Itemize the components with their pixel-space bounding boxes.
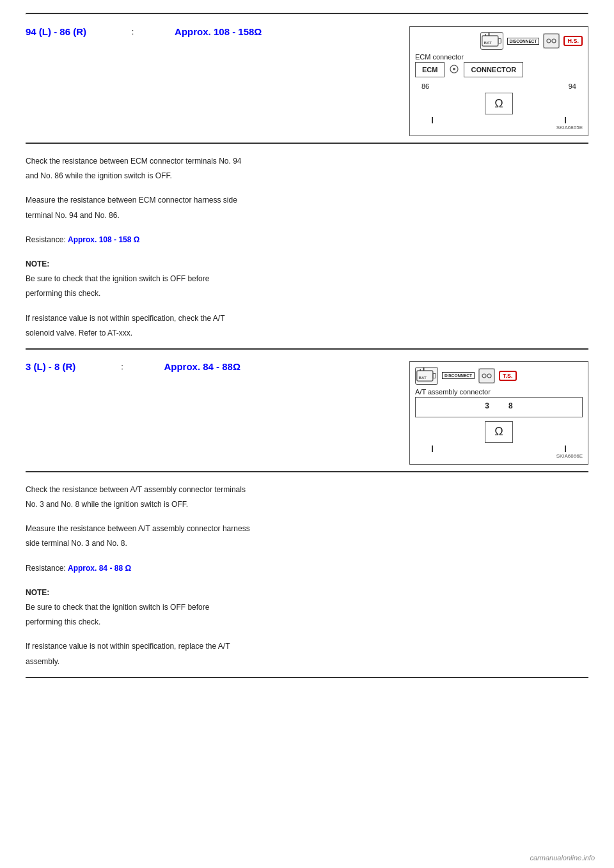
s2-line-2: and No. 86 while the ignition switch is … bbox=[26, 170, 582, 182]
connector-box: CONNECTOR bbox=[464, 62, 523, 77]
ecm-box-row: ECM CONNECTOR bbox=[415, 62, 583, 77]
section-3-diagram: BAT DISCONNECT bbox=[409, 361, 588, 465]
svg-point-9 bbox=[453, 68, 455, 70]
section-1-separator: : bbox=[125, 27, 136, 36]
s4-line-2: No. 3 and No. 8 while the ignition switc… bbox=[26, 499, 582, 511]
section-4-text: Check the resistance between A/T assembl… bbox=[26, 484, 588, 668]
disconnect-badge: DISCONNECT bbox=[507, 38, 540, 45]
section-1-measure: 94 (L) - 86 (R) : Approx. 108 - 158Ω bbox=[26, 26, 390, 37]
svg-rect-11 bbox=[433, 373, 436, 378]
s2-note-3: If resistance value is not within specif… bbox=[26, 313, 582, 325]
s2-note-header: NOTE: bbox=[26, 258, 582, 270]
probe-line-left bbox=[432, 117, 433, 123]
bat-icon: BAT bbox=[480, 32, 503, 50]
section-1-content: 94 (L) - 86 (R) : Approx. 108 - 158Ω bbox=[26, 26, 588, 136]
section-2: Check the resistance between ECM connect… bbox=[26, 144, 588, 350]
plug-icon bbox=[543, 33, 560, 49]
disconnect-badge-2: DISCONNECT bbox=[442, 372, 475, 379]
at-connector-block: 3 8 bbox=[415, 397, 583, 417]
s2-note-2: performing this check. bbox=[26, 288, 582, 300]
s2-line-1: Check the resistance between ECM connect… bbox=[26, 155, 582, 167]
s4-note-2: performing this check. bbox=[26, 616, 582, 628]
s4-line-5: Resistance: Approx. 84 - 88 Ω bbox=[26, 562, 582, 575]
at-pin-3: 3 bbox=[485, 401, 489, 410]
at-pins-row: 3 8 bbox=[485, 401, 512, 410]
at-pin-8: 8 bbox=[508, 401, 513, 410]
section-4: Check the resistance between A/T assembl… bbox=[26, 472, 588, 678]
section-3-pins: 3 (L) - 8 (R) bbox=[26, 361, 75, 372]
diagram-code-2: SKIA6866E bbox=[415, 453, 583, 459]
svg-text:BAT: BAT bbox=[418, 375, 427, 380]
section-3: 3 (L) - 8 (R) : Approx. 84 - 88Ω bbox=[26, 350, 588, 472]
probe-line-left-2 bbox=[432, 446, 433, 452]
s4-note-header: NOTE: bbox=[26, 587, 582, 599]
hs-badge: H.S. bbox=[563, 36, 583, 46]
plug-icon-2 bbox=[478, 368, 495, 384]
section-3-separator: : bbox=[114, 362, 125, 371]
s2-note-1: Be sure to check that the ignition switc… bbox=[26, 273, 582, 285]
svg-rect-1 bbox=[498, 38, 500, 43]
probe-lines-2 bbox=[432, 446, 566, 452]
pin-right-label: 94 bbox=[569, 82, 576, 90]
s4-note-4: assembly. bbox=[26, 656, 582, 668]
svg-rect-5 bbox=[544, 34, 559, 48]
probe-line-right-2 bbox=[565, 446, 566, 452]
s4-note-3: If resistance value is not within specif… bbox=[26, 640, 582, 653]
ts-badge: T.S. bbox=[499, 371, 517, 381]
bat-icon-svg: BAT bbox=[481, 31, 503, 50]
s2-line-4: terminal No. 94 and No. 86. bbox=[26, 210, 582, 222]
section-1-diagram: BAT DISCONNECT bbox=[409, 26, 588, 136]
s2-note-4: solenoid valve. Refer to AT-xxx. bbox=[26, 327, 582, 339]
ecm-pins-row: 86 94 bbox=[415, 82, 583, 90]
s4-line-1: Check the resistance between A/T assembl… bbox=[26, 484, 582, 496]
ecm-box: ECM bbox=[415, 62, 445, 77]
section-2-text: Check the resistance between ECM connect… bbox=[26, 155, 588, 339]
s4-line-3: Measure the resistance between A/T assem… bbox=[26, 523, 582, 535]
at-connector-label: A/T assembly connector bbox=[415, 388, 583, 396]
watermark-text: carmanualonline.info bbox=[530, 854, 595, 862]
s2-line-3: Measure the resistance between ECM conne… bbox=[26, 194, 582, 206]
ecm-diagram-box: BAT DISCONNECT bbox=[409, 26, 588, 136]
section-1: 94 (L) - 86 (R) : Approx. 108 - 158Ω bbox=[26, 15, 588, 144]
svg-rect-15 bbox=[479, 369, 494, 383]
at-top-icons: BAT DISCONNECT bbox=[415, 367, 583, 385]
probe-line-right bbox=[565, 117, 566, 123]
ecm-connector-label: ECM connector bbox=[415, 53, 583, 61]
omega-box-1: Ω bbox=[485, 93, 513, 114]
s4-note-1: Be sure to check that the ignition switc… bbox=[26, 601, 582, 614]
svg-text:BAT: BAT bbox=[484, 40, 492, 45]
s2-line-5: Resistance: Approx. 108 - 158 Ω bbox=[26, 234, 582, 246]
section-3-value: Approx. 84 - 88Ω bbox=[164, 361, 240, 372]
diagram-code-1: SKIA6865E bbox=[415, 125, 583, 130]
page-wrapper: 94 (L) - 86 (R) : Approx. 108 - 158Ω bbox=[0, 0, 614, 868]
section-3-measure: 3 (L) - 8 (R) : Approx. 84 - 88Ω bbox=[26, 361, 390, 372]
section-1-pins: 94 (L) - 86 (R) bbox=[26, 26, 86, 37]
ecm-circle-icon bbox=[447, 65, 461, 75]
s4-line-4: side terminal No. 3 and No. 8. bbox=[26, 538, 582, 550]
at-diagram-box: BAT DISCONNECT bbox=[409, 361, 588, 465]
section-1-value: Approx. 108 - 158Ω bbox=[175, 26, 262, 37]
section-1-text: 94 (L) - 86 (R) : Approx. 108 - 158Ω bbox=[26, 26, 397, 37]
watermark-area: carmanualonline.info bbox=[530, 854, 595, 862]
section-3-content: 3 (L) - 8 (R) : Approx. 84 - 88Ω bbox=[26, 361, 588, 465]
bat-icon-2: BAT bbox=[415, 367, 438, 385]
probe-lines-1 bbox=[432, 117, 566, 123]
omega-box-2: Ω bbox=[485, 421, 513, 443]
pin-left-label: 86 bbox=[421, 82, 429, 90]
section-3-text: 3 (L) - 8 (R) : Approx. 84 - 88Ω bbox=[26, 361, 397, 372]
